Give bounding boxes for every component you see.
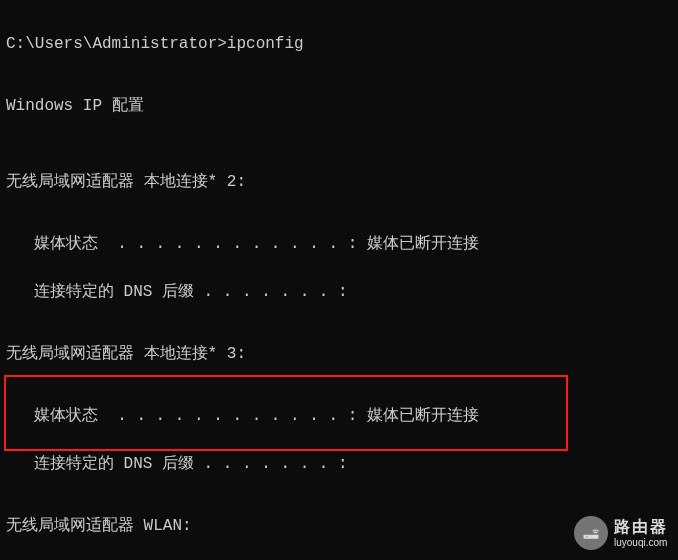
field-value: 媒体已断开连接 bbox=[357, 407, 479, 425]
adapter-title-1: 无线局域网适配器 本地连接* 3: bbox=[6, 342, 672, 366]
field-label: 连接特定的 DNS 后缀 . . . . . . . : bbox=[34, 283, 348, 301]
watermark: 路由器 luyouqi.com bbox=[574, 516, 668, 550]
svg-rect-0 bbox=[584, 535, 599, 539]
adapter-title-2: 无线局域网适配器 WLAN: bbox=[6, 514, 672, 538]
field-label: 媒体状态 . . . . . . . . . . . . : bbox=[34, 407, 357, 425]
terminal-output: C:\Users\Administrator>ipconfig Windows … bbox=[0, 0, 678, 560]
watermark-cn: 路由器 bbox=[614, 517, 668, 536]
prompt-line: C:\Users\Administrator>ipconfig bbox=[6, 32, 672, 56]
router-icon bbox=[574, 516, 608, 550]
field-label: 连接特定的 DNS 后缀 . . . . . . . : bbox=[34, 455, 348, 473]
watermark-en: luyouqi.com bbox=[614, 537, 668, 549]
field-line: 连接特定的 DNS 后缀 . . . . . . . : bbox=[6, 280, 672, 304]
svg-point-1 bbox=[586, 536, 587, 537]
header-line: Windows IP 配置 bbox=[6, 94, 672, 118]
command-text: ipconfig bbox=[227, 35, 304, 53]
adapter-title-0: 无线局域网适配器 本地连接* 2: bbox=[6, 170, 672, 194]
field-value: 媒体已断开连接 bbox=[357, 235, 479, 253]
watermark-text: 路由器 luyouqi.com bbox=[614, 517, 668, 548]
field-label: 媒体状态 . . . . . . . . . . . . : bbox=[34, 235, 357, 253]
field-line: 媒体状态 . . . . . . . . . . . . : 媒体已断开连接 bbox=[6, 232, 672, 256]
field-line: 连接特定的 DNS 后缀 . . . . . . . : bbox=[6, 452, 672, 476]
prompt-path: C:\Users\Administrator> bbox=[6, 35, 227, 53]
field-line: 媒体状态 . . . . . . . . . . . . : 媒体已断开连接 bbox=[6, 404, 672, 428]
